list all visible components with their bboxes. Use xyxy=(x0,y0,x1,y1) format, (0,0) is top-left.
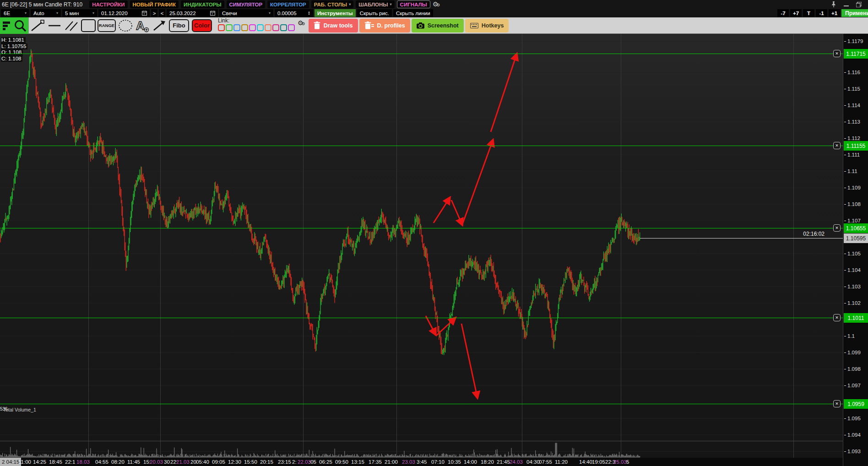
level-delete-button-1.11155[interactable]: ✕ xyxy=(833,142,841,149)
date-next-button[interactable]: > xyxy=(151,9,157,17)
price-level-line-1.11715[interactable] xyxy=(0,54,843,54)
price-tick: 1.107 xyxy=(844,218,861,223)
price-level-line-1.1011[interactable] xyxy=(0,318,843,318)
link-color-checkbox-5[interactable] xyxy=(249,24,256,31)
apply-button[interactable]: Применить xyxy=(841,9,868,17)
draw-tools-button[interactable]: Draw tools xyxy=(309,19,358,33)
rectangle-tool[interactable] xyxy=(80,19,97,33)
link-color-checkbox-8[interactable] xyxy=(272,24,279,31)
price-tick: 1.094 xyxy=(844,432,861,438)
spinner-arrows-icon[interactable]: ▲▼ xyxy=(308,11,310,16)
date-prev-button[interactable]: < xyxy=(159,9,165,17)
time-axis-label: 14:25 xyxy=(33,458,46,466)
link-color-checkbox-4[interactable] xyxy=(241,24,248,31)
link-color-checkbox-2[interactable] xyxy=(226,24,233,31)
link-color-checkbox-10[interactable] xyxy=(288,24,295,31)
drawn-arrow[interactable] xyxy=(461,324,477,398)
hotkeys-button[interactable]: Hotkeys xyxy=(465,19,509,33)
price-level-line-1.10655[interactable] xyxy=(0,228,843,228)
link-label: Link: xyxy=(218,18,295,24)
timeframe-select[interactable]: 5 мин▾ xyxy=(62,9,97,17)
menu-item-8[interactable]: СИГНАЛЫ xyxy=(397,0,430,8)
drawn-arrow[interactable] xyxy=(491,54,517,132)
price-tick: 1.093 xyxy=(844,449,861,454)
date-from-field[interactable]: 01.12.2020 7 xyxy=(98,9,150,17)
level-delete-button-1.0959[interactable]: ✕ xyxy=(833,400,841,407)
shift-button-plus1[interactable]: +1 xyxy=(829,9,840,17)
pin-icon[interactable] xyxy=(831,1,836,8)
price-level-line-1.0959[interactable] xyxy=(0,404,843,404)
level-price-label: 1.1011 xyxy=(844,313,868,323)
link-color-checkbox-7[interactable] xyxy=(265,24,271,31)
link-color-checkbox-9[interactable] xyxy=(280,24,287,31)
drawn-arrow[interactable] xyxy=(462,140,493,224)
time-axis[interactable]: 2 04:1511:0014:2518:4522:118.0304:5508:2… xyxy=(0,458,843,466)
ellipse-tool[interactable] xyxy=(117,19,134,33)
screenshot-button[interactable]: Screenshot xyxy=(412,19,464,33)
time-axis-label: 10:35 xyxy=(448,458,461,466)
ohlc-legend: H: 1.1081 L: 1.10755 O: 1.108 C: 1.108 xyxy=(1,37,27,62)
parallel-lines-tool[interactable] xyxy=(63,19,80,33)
trendline-tool[interactable] xyxy=(29,19,46,33)
link-color-checkbox-6[interactable] xyxy=(257,24,264,31)
legend-low: L: 1.10755 xyxy=(1,43,27,50)
price-tick: 1.115 xyxy=(844,86,860,92)
draw-settings-gears-icon[interactable]: ⚙⚙ xyxy=(298,19,304,27)
price-axis[interactable]: 1.117151.111551.106551.10111.09591.10595… xyxy=(843,34,868,466)
range-tool-button[interactable]: RANGE xyxy=(98,19,116,32)
symbol-select[interactable]: 6E▾ xyxy=(1,9,29,17)
main-menu: НАСТРОЙКИНОВЫЙ ГРАФИКИНДИКАТОРЫСИМУЛЯТОР… xyxy=(89,0,430,8)
restore-icon[interactable] xyxy=(856,2,862,7)
shift-button-minus7[interactable]: -7 xyxy=(777,9,789,17)
price-tick: 1.105 xyxy=(844,251,861,256)
settings-gears-icon[interactable]: ⚙⚙ xyxy=(433,1,439,8)
bar-shift-controls: -7+7T-1+1 Применить xyxy=(777,9,868,17)
level-delete-button-1.10655[interactable]: ✕ xyxy=(833,224,841,232)
menu-item-4[interactable]: СИМУЛЯТОР xyxy=(227,0,266,8)
menu-item-3[interactable]: ИНДИКАТОРЫ xyxy=(181,0,224,8)
minimize-icon[interactable] xyxy=(844,2,849,7)
arrow-tool[interactable] xyxy=(151,19,168,33)
fibo-tool-button[interactable]: Fibo xyxy=(169,19,189,32)
scale-mode-select[interactable]: Auto▾ xyxy=(31,9,61,17)
level-delete-button-1.11715[interactable]: ✕ xyxy=(833,50,841,57)
price-level-line-1.11155[interactable] xyxy=(0,146,843,146)
magnifier-icon[interactable] xyxy=(14,19,27,32)
drawn-arrow[interactable] xyxy=(434,197,450,223)
date-to-field[interactable]: 25.03.2022 7 xyxy=(167,9,218,17)
volume-profile-icon[interactable] xyxy=(2,20,12,31)
link-color-checkbox-3[interactable] xyxy=(233,24,240,31)
link-color-checkbox-1[interactable] xyxy=(218,24,225,31)
drawn-arrow[interactable] xyxy=(451,200,462,225)
chart-plot-area[interactable]: H: 1.1081 L: 1.10755 O: 1.108 C: 1.108 5… xyxy=(0,34,843,458)
shift-button-minus1[interactable]: -1 xyxy=(816,9,827,17)
chart-region: H: 1.1081 L: 1.10755 O: 1.108 C: 1.108 5… xyxy=(0,34,868,466)
svg-text:7: 7 xyxy=(143,13,145,16)
chart-type-select[interactable]: Свечи▾ xyxy=(219,9,273,17)
instruments-button[interactable]: Инструменты xyxy=(315,9,356,17)
menu-item-5[interactable]: КОРРЕЛЯТОР xyxy=(267,0,309,8)
time-axis-label: 11:00 xyxy=(18,458,31,466)
color-picker-button[interactable]: Color xyxy=(192,19,212,32)
d-profiles-button[interactable]: D. profiles xyxy=(359,19,410,33)
menu-item-7[interactable]: ШАБЛОНЫ▾ xyxy=(356,0,394,8)
time-axis-date-label: 25.03 xyxy=(613,458,627,466)
time-axis-label: :05 xyxy=(309,458,316,466)
hide-drawings-button[interactable]: Скрыть рис. xyxy=(357,9,392,17)
text-tool[interactable]: A xyxy=(134,19,151,33)
horizontal-line-tool[interactable] xyxy=(46,19,63,33)
drawn-arrow[interactable] xyxy=(426,316,436,335)
hide-lines-button[interactable]: Скрыть линии xyxy=(393,9,433,17)
menu-item-6[interactable]: РАБ. СТОЛЫ▾ xyxy=(311,0,353,8)
price-tick: 1.1 xyxy=(844,333,855,339)
level-delete-button-1.1011[interactable]: ✕ xyxy=(833,314,841,321)
shift-button-plus7[interactable]: +7 xyxy=(790,9,802,17)
menu-item-1[interactable]: НАСТРОЙКИ xyxy=(89,0,127,8)
price-tick: 1.1179 xyxy=(844,38,863,44)
active-tool-group xyxy=(0,17,28,34)
level-price-label: 1.11715 xyxy=(844,49,868,59)
price-tick: 1.099 xyxy=(844,350,861,355)
menu-item-2[interactable]: НОВЫЙ ГРАФИК xyxy=(130,0,179,8)
shift-button-T[interactable]: T xyxy=(803,9,814,17)
tick-size-stepper[interactable]: 0.00005 ▲▼ xyxy=(275,9,313,17)
